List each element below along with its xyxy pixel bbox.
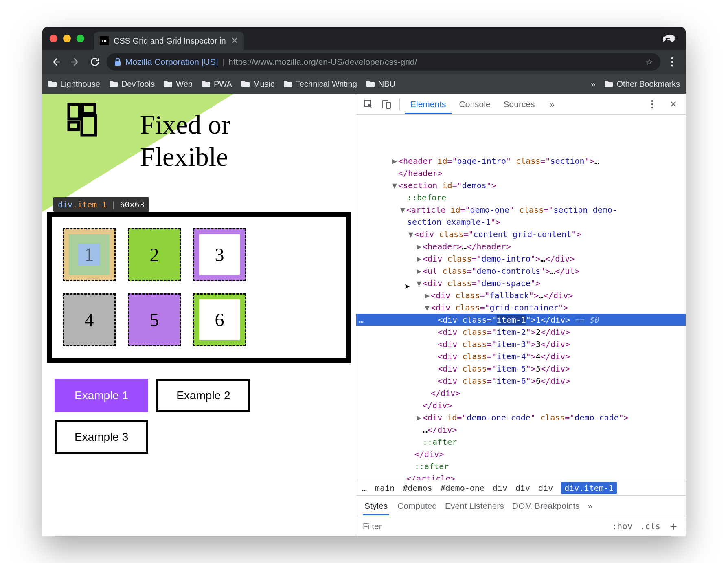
device-toolbar-icon[interactable] <box>378 96 395 112</box>
content-area: Fixed or Flexible div.item-1 | 60×63 1 2… <box>42 94 686 536</box>
devtools-panel: Elements Console Sources » ✕ ➤ ▶<header … <box>356 94 686 536</box>
breadcrumb-item[interactable]: #demos <box>403 483 432 493</box>
tab-bar: m CSS Grid and Grid Inspector in ✕ <box>42 27 686 50</box>
grid-item-2[interactable]: 2 <box>128 228 181 281</box>
breadcrumb-item[interactable]: div <box>515 483 530 493</box>
bookmark-folder[interactable]: Music <box>241 79 274 89</box>
folder-icon <box>604 80 613 88</box>
dom-node[interactable]: …</div> <box>356 424 686 436</box>
inspect-element-icon[interactable] <box>360 96 377 112</box>
grid-demo: div.item-1 | 60×63 1 2 3 4 5 6 <box>47 212 351 363</box>
dom-node[interactable]: <div class="item-6">6</div> <box>356 375 686 387</box>
tab-sources[interactable]: Sources <box>498 95 541 114</box>
grid-item-1[interactable]: 1 <box>63 228 116 281</box>
svg-rect-6 <box>69 122 79 130</box>
browser-window: m CSS Grid and Grid Inspector in ✕ Mozil… <box>42 27 686 536</box>
devtools-tabs: Elements Console Sources » ✕ <box>356 94 686 115</box>
dom-node[interactable]: ▼<div class="grid-container"> <box>356 301 686 314</box>
bookmarks-overflow-icon[interactable]: » <box>591 79 595 89</box>
folder-icon <box>241 80 250 88</box>
grid-item-4[interactable]: 4 <box>63 293 116 346</box>
hov-toggle[interactable]: :hov <box>612 521 633 531</box>
close-window-button[interactable] <box>50 35 57 42</box>
toolbar: Mozilla Corporation [US] | https://www.m… <box>42 50 686 74</box>
bookmark-folder[interactable]: Technical Writing <box>283 79 357 89</box>
browser-tab[interactable]: m CSS Grid and Grid Inspector in ✕ <box>94 32 244 50</box>
grid-item-5[interactable]: 5 <box>128 293 181 346</box>
dom-node[interactable]: ▼<div class="content grid-content"> <box>356 228 686 240</box>
element-tooltip: div.item-1 | 60×63 <box>53 197 149 212</box>
minimize-window-button[interactable] <box>63 35 71 42</box>
breadcrumb-item[interactable]: div <box>493 483 507 493</box>
dom-node[interactable]: section example-1"> <box>356 216 686 228</box>
hero-logo-icon <box>65 102 101 139</box>
dom-node[interactable]: ::after <box>356 436 686 448</box>
back-button[interactable] <box>48 54 64 70</box>
example-3-button[interactable]: Example 3 <box>55 420 148 454</box>
bookmarks-bar: LighthouseDevToolsWebPWAMusicTechnical W… <box>42 74 686 94</box>
dom-node[interactable]: ::before <box>356 191 686 204</box>
dom-node[interactable]: ▶<div id="demo-one-code" class="demo-cod… <box>356 411 686 424</box>
address-bar[interactable]: Mozilla Corporation [US] | https://www.m… <box>107 53 660 71</box>
reload-button[interactable] <box>87 54 103 70</box>
bookmark-folder[interactable]: Web <box>164 79 193 89</box>
dom-node[interactable]: ▶<header id="page-intro" class="section"… <box>356 155 686 167</box>
dom-node[interactable]: ▼<article id="demo-one" class="section d… <box>356 204 686 216</box>
breadcrumb-item[interactable]: … <box>362 483 367 493</box>
dom-tree[interactable]: ➤ ▶<header id="page-intro" class="sectio… <box>356 115 686 480</box>
breadcrumb-item[interactable]: #demo-one <box>440 483 484 493</box>
filter-input[interactable] <box>363 521 444 531</box>
bookmark-star-icon[interactable]: ☆ <box>645 57 653 67</box>
cls-toggle[interactable]: .cls <box>640 521 660 531</box>
dom-node[interactable]: ▶<ul class="demo-controls">…</ul> <box>356 265 686 277</box>
dom-node[interactable]: </div> <box>356 448 686 460</box>
grid-item-3[interactable]: 3 <box>193 228 246 281</box>
close-devtools-icon[interactable]: ✕ <box>665 96 682 112</box>
devtools-menu-icon[interactable] <box>644 96 660 112</box>
dom-node[interactable]: </div> <box>356 399 686 411</box>
grid-item-6[interactable]: 6 <box>193 293 246 346</box>
dom-node[interactable]: <div class="item-2">2</div> <box>356 326 686 338</box>
bookmark-folder[interactable]: PWA <box>202 79 232 89</box>
folder-icon <box>283 80 292 88</box>
forward-button[interactable] <box>68 54 83 70</box>
dom-node[interactable]: …<div class="item-1">1</div>== $0 <box>356 314 686 326</box>
lock-icon <box>114 58 121 66</box>
breadcrumb-item[interactable]: div <box>538 483 553 493</box>
svg-point-2 <box>671 61 673 63</box>
bookmark-folder[interactable]: NBU <box>366 79 395 89</box>
tab-event-listeners[interactable]: Event Listeners <box>445 501 504 511</box>
tab-dom-breakpoints[interactable]: DOM Breakpoints <box>512 501 580 511</box>
tabs-overflow-icon[interactable]: » <box>544 95 560 114</box>
dom-node[interactable]: <div class="item-5">5</div> <box>356 363 686 375</box>
tab-console[interactable]: Console <box>454 95 496 114</box>
dom-node[interactable]: </article> <box>356 473 686 480</box>
example-1-button[interactable]: Example 1 <box>55 379 148 412</box>
dom-node[interactable]: ▶<header>…</header> <box>356 240 686 253</box>
bookmark-folder[interactable]: Lighthouse <box>48 79 100 89</box>
styles-overflow-icon[interactable]: » <box>588 501 593 511</box>
tab-computed[interactable]: Computed <box>397 501 437 511</box>
menu-button[interactable] <box>664 54 680 70</box>
breadcrumb[interactable]: …main#demos#demo-onedivdivdivdiv.item-1 <box>356 480 686 495</box>
example-2-button[interactable]: Example 2 <box>156 379 250 412</box>
folder-icon <box>202 80 211 88</box>
breadcrumb-item[interactable]: div.item-1 <box>561 482 616 494</box>
folder-icon <box>366 80 375 88</box>
dom-node[interactable]: ▶<div class="demo-intro">…</div> <box>356 253 686 265</box>
close-tab-icon[interactable]: ✕ <box>231 35 238 46</box>
other-bookmarks-folder[interactable]: Other Bookmarks <box>604 79 680 89</box>
dom-node[interactable]: <div class="item-4">4</div> <box>356 350 686 363</box>
bookmark-folder[interactable]: DevTools <box>109 79 155 89</box>
dom-node[interactable]: </div> <box>356 387 686 399</box>
dom-node[interactable]: <div class="item-3">3</div> <box>356 338 686 350</box>
new-style-rule-icon[interactable]: ＋ <box>668 519 679 534</box>
dom-node[interactable]: ▼<section id="demos"> <box>356 179 686 191</box>
svg-point-13 <box>651 106 653 108</box>
breadcrumb-item[interactable]: main <box>375 483 395 493</box>
dom-node[interactable]: </header> <box>356 167 686 179</box>
dom-node[interactable]: ::after <box>356 460 686 473</box>
maximize-window-button[interactable] <box>77 35 84 42</box>
tab-styles[interactable]: Styles <box>363 497 389 515</box>
tab-elements[interactable]: Elements <box>405 95 452 114</box>
